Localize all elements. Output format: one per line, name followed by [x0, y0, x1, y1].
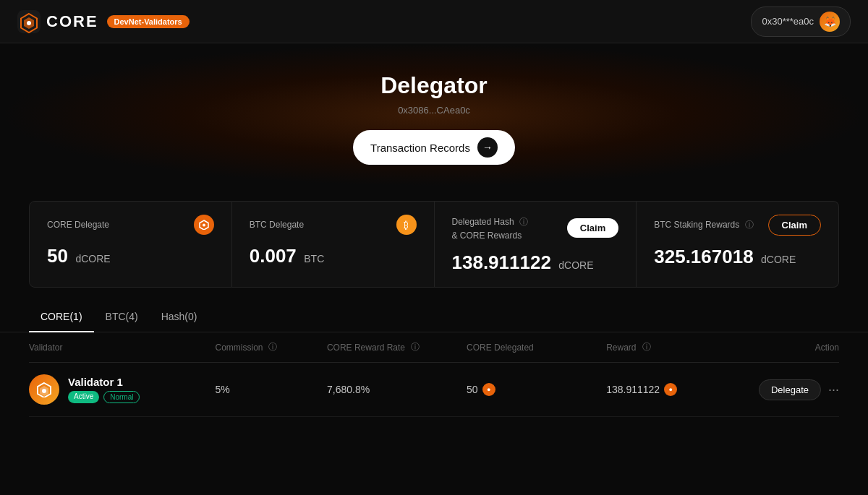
more-options-button[interactable]: ···	[828, 382, 839, 397]
core-delegate-value-row: 50 dCORE	[47, 245, 214, 267]
td-reward: 138.911122 ●	[606, 383, 746, 396]
reward-info-icon: ⓘ	[642, 341, 651, 353]
core-icon	[194, 215, 214, 235]
btc-staking-value: 325.167018	[654, 246, 753, 267]
hero-section: Delegator 0x3086...CAea0c Transaction Re…	[0, 43, 868, 186]
btc-staking-value-row: 325.167018 dCORE	[654, 246, 821, 268]
btc-delegate-label: BTC Delegate	[250, 220, 304, 230]
core-delegate-unit: dCORE	[75, 253, 110, 264]
stats-section: CORE Delegate 50 dCORE BTC Delegate ₿ 0.…	[0, 186, 868, 302]
table-row: Validator 1 Active Normal 5% 7,680.8% 50…	[29, 363, 839, 417]
svg-point-5	[203, 224, 205, 227]
network-badge: DevNet-Validators	[107, 15, 190, 28]
tab-btc[interactable]: BTC(4)	[94, 302, 150, 332]
delegated-hash-header: Delegated Hash ⓘ & CORE Rewards Claim	[452, 215, 619, 241]
svg-point-3	[27, 21, 31, 25]
svg-point-8	[42, 389, 46, 393]
core-delegate-header: CORE Delegate	[47, 215, 214, 235]
transaction-records-button[interactable]: Transaction Records →	[353, 130, 515, 165]
wallet-info[interactable]: 0x30***ea0c 🦊	[751, 7, 851, 37]
td-core-delegated: 50 ●	[467, 383, 606, 396]
btc-staking-header: BTC Staking Rewards ⓘ Claim	[654, 215, 821, 236]
logo: CORE	[17, 10, 98, 33]
logo-text: CORE	[46, 12, 98, 31]
table-header: Validator Commission ⓘ CORE Reward Rate …	[29, 332, 839, 363]
action-cell: Delegate ···	[746, 379, 839, 400]
btc-delegate-card: BTC Delegate ₿ 0.007 BTC	[232, 201, 435, 288]
tab-core[interactable]: CORE(1)	[29, 302, 94, 332]
status-badge-normal: Normal	[103, 391, 140, 403]
th-reward: Reward ⓘ	[606, 341, 746, 353]
page-title: Delegator	[14, 72, 854, 99]
delegate-button[interactable]: Delegate	[759, 379, 821, 400]
delegated-hash-value-row: 138.911122 dCORE	[452, 251, 619, 274]
tabs-section: CORE(1) BTC(4) Hash(0)	[0, 302, 868, 332]
validator-name: Validator 1	[68, 376, 140, 388]
delegated-hash-label: Delegated Hash ⓘ & CORE Rewards	[452, 217, 528, 241]
btc-staking-info-icon: ⓘ	[745, 220, 754, 230]
hero-address: 0x3086...CAea0c	[14, 105, 854, 116]
core-small-icon: ●	[482, 383, 495, 396]
reward-small-icon: ●	[664, 383, 677, 396]
th-core-delegated: CORE Delegated	[467, 341, 606, 353]
th-commission: Commission ⓘ	[215, 341, 326, 353]
arrow-icon: →	[477, 137, 498, 158]
th-reward-rate: CORE Reward Rate ⓘ	[327, 341, 467, 353]
table-section: Validator Commission ⓘ CORE Reward Rate …	[0, 332, 868, 417]
btc-staking-card: BTC Staking Rewards ⓘ Claim 325.167018 d…	[637, 201, 839, 288]
delegated-hash-claim-button[interactable]: Claim	[567, 218, 618, 238]
core-delegate-value: 50	[47, 245, 68, 267]
th-action: Action	[746, 341, 839, 353]
delegated-hash-value: 138.911122	[452, 251, 551, 273]
core-delegate-card: CORE Delegate 50 dCORE	[29, 201, 232, 288]
delegated-hash-label-group: Delegated Hash ⓘ & CORE Rewards	[452, 215, 528, 241]
btc-delegate-value: 0.007	[250, 245, 297, 267]
commission-info-icon: ⓘ	[268, 341, 277, 353]
td-commission: 5%	[215, 384, 326, 395]
validator-cell: Validator 1 Active Normal	[29, 374, 215, 405]
validator-badges: Active Normal	[68, 391, 140, 403]
btc-delegate-value-row: 0.007 BTC	[250, 245, 417, 267]
delegated-hash-unit: dCORE	[558, 259, 593, 271]
navbar-left: CORE DevNet-Validators	[17, 10, 190, 33]
btc-delegate-unit: BTC	[304, 253, 324, 264]
wallet-address: 0x30***ea0c	[762, 16, 814, 27]
btc-delegate-header: BTC Delegate ₿	[250, 215, 417, 235]
btc-staking-label: BTC Staking Rewards ⓘ	[654, 219, 753, 231]
validator-info: Validator 1 Active Normal	[68, 376, 140, 403]
core-logo-icon	[17, 10, 41, 33]
tx-records-label: Transaction Records	[370, 142, 470, 154]
core-delegate-label: CORE Delegate	[47, 220, 109, 230]
navbar: CORE DevNet-Validators 0x30***ea0c 🦊	[0, 0, 868, 43]
status-badge-active: Active	[68, 391, 99, 403]
btc-icon: ₿	[396, 215, 417, 235]
avatar	[29, 374, 59, 405]
btc-staking-unit: dCORE	[761, 254, 796, 265]
btc-staking-claim-button[interactable]: Claim	[768, 215, 821, 236]
delegated-hash-card: Delegated Hash ⓘ & CORE Rewards Claim 13…	[435, 201, 637, 288]
th-validator: Validator	[29, 341, 215, 353]
td-reward-rate: 7,680.8%	[327, 384, 467, 395]
tab-hash[interactable]: Hash(0)	[150, 302, 209, 332]
avatar: 🦊	[820, 12, 840, 32]
reward-rate-info-icon: ⓘ	[411, 341, 420, 353]
